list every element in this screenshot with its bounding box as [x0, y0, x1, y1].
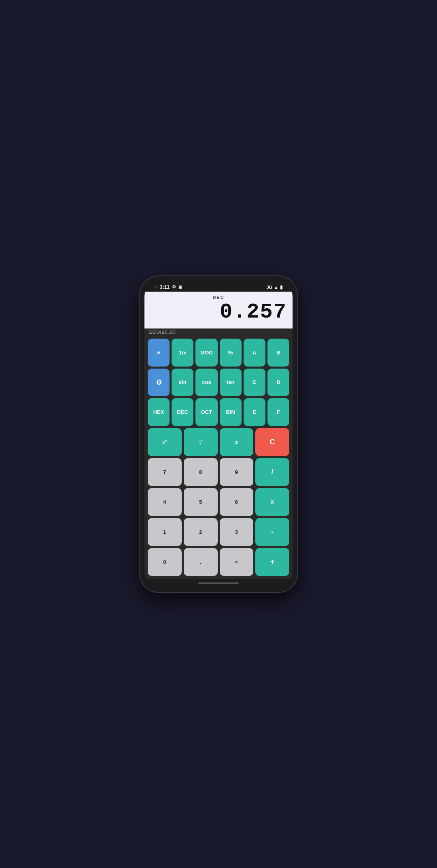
cos-button[interactable]: cos [195, 369, 217, 397]
button-grid: ≡ 1/x MOD % A B ⏻ sin cos tan C D [144, 336, 293, 579]
divide-button[interactable]: / [255, 458, 289, 486]
app-label: SIGNA EC 105 [144, 328, 293, 336]
clear-button[interactable]: C [255, 428, 289, 456]
subtract-button[interactable]: - [255, 518, 289, 546]
tan-button[interactable]: tan [220, 369, 242, 397]
status-time: 3:11 [160, 284, 170, 290]
gear-icon: ⚙ [172, 284, 176, 290]
network-label: 3G [266, 285, 272, 290]
button-row-2: ⏻ sin cos tan C D [148, 369, 289, 397]
calculator-app: DEC 0.257 SIGNA EC 105 ≡ 1/x MOD % A B [144, 292, 293, 579]
sin-button[interactable]: sin [172, 369, 193, 397]
square-button[interactable]: x² [148, 428, 182, 456]
hex-b-button[interactable]: B [267, 339, 289, 367]
zero-button[interactable]: 0 [148, 548, 182, 576]
phone-frame: 3:11 ⚙ ▣ 3G ▲ ▮ DEC 0.257 SIGNA EC 105 [140, 276, 297, 592]
one-button[interactable]: 1 [148, 518, 182, 546]
negate-button[interactable]: ± [220, 428, 254, 456]
home-bar [198, 582, 239, 584]
sim-icon: ▣ [178, 285, 182, 289]
three-button[interactable]: 3 [220, 518, 254, 546]
multiply-button[interactable]: X [255, 488, 289, 516]
dec-mode-button[interactable]: DEC [172, 398, 193, 426]
four-button[interactable]: 4 [148, 488, 182, 516]
menu-button[interactable]: ≡ [148, 339, 170, 367]
nine-button[interactable]: 9 [220, 458, 254, 486]
equals-button[interactable]: = [220, 548, 254, 576]
home-indicator [144, 579, 293, 587]
oct-mode-button[interactable]: OCT [195, 398, 217, 426]
six-button[interactable]: 6 [220, 488, 254, 516]
camera-icon [154, 286, 157, 289]
button-row-1: ≡ 1/x MOD % A B [148, 339, 289, 367]
status-bar: 3:11 ⚙ ▣ 3G ▲ ▮ [144, 281, 293, 292]
hex-a-button[interactable]: A [244, 339, 265, 367]
phone-inner: 3:11 ⚙ ▣ 3G ▲ ▮ DEC 0.257 SIGNA EC 105 [144, 281, 293, 587]
hex-d-button[interactable]: D [267, 369, 289, 397]
signal-icon: ▲ [274, 285, 278, 290]
two-button[interactable]: 2 [184, 518, 218, 546]
display-mode: DEC [150, 295, 287, 300]
battery-icon: ▮ [280, 284, 283, 290]
eight-button[interactable]: 8 [184, 458, 218, 486]
seven-button[interactable]: 7 [148, 458, 182, 486]
decimal-button[interactable]: . [184, 548, 218, 576]
display-value: 0.257 [150, 301, 287, 324]
add-button[interactable]: + [255, 548, 289, 576]
button-row-7: 1 2 3 - [148, 518, 289, 546]
sqrt-button[interactable]: √ [184, 428, 218, 456]
button-row-3: HEX DEC OCT BIN E F [148, 398, 289, 426]
hex-e-button[interactable]: E [244, 398, 265, 426]
button-row-4: x² √ ± C [148, 428, 289, 456]
status-left: 3:11 ⚙ ▣ [154, 284, 182, 290]
button-row-8: 0 . = + [148, 548, 289, 576]
bin-mode-button[interactable]: BIN [220, 398, 242, 426]
hex-f-button[interactable]: F [267, 398, 289, 426]
status-icons: 3G ▲ ▮ [266, 284, 283, 290]
mod-button[interactable]: MOD [195, 339, 217, 367]
five-button[interactable]: 5 [184, 488, 218, 516]
power-button[interactable]: ⏻ [148, 369, 170, 397]
hex-c-button[interactable]: C [244, 369, 265, 397]
hex-mode-button[interactable]: HEX [148, 398, 170, 426]
percent-button[interactable]: % [220, 339, 242, 367]
reciprocal-button[interactable]: 1/x [172, 339, 193, 367]
display-area: DEC 0.257 [144, 292, 293, 328]
button-row-6: 4 5 6 X [148, 488, 289, 516]
button-row-5: 7 8 9 / [148, 458, 289, 486]
